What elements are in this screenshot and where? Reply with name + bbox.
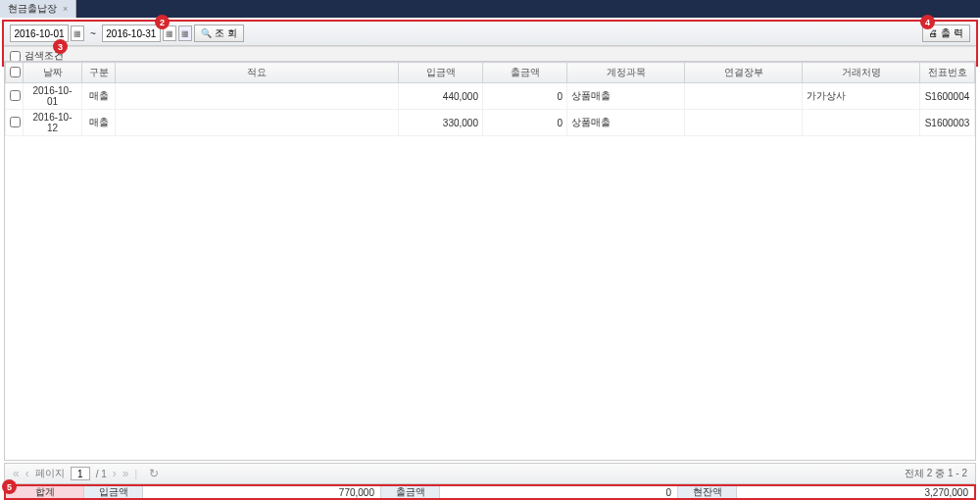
cell-vno: S1600003	[920, 110, 975, 136]
pager: « ‹ 페이지 / 1 › » | ↻ 전체 2 중 1 - 2	[4, 463, 976, 484]
tab-label: 현금출납장	[8, 2, 57, 16]
table-row[interactable]: 2016-10-01 매출 440,000 0 상품매출 가가상사 S16000…	[6, 83, 975, 110]
toolbar: ▦ ~ ▦ ▦ 🔍 조 회 🖨 출 력	[4, 22, 976, 46]
table-row[interactable]: 2016-10-12 매출 330,000 0 상품매출 S1600003	[6, 110, 975, 136]
cell-date: 2016-10-12	[24, 110, 82, 136]
callout-3: 3	[53, 39, 68, 54]
cell-account: 상품매출	[567, 83, 685, 110]
cell-in: 330,000	[399, 110, 483, 136]
pager-divider: |	[135, 469, 138, 479]
toolbar-highlight-box: 2 4 3 ▦ ~ ▦ ▦ 🔍 조 회 🖨 출 력 검색조건	[2, 20, 978, 67]
print-button-label: 출 력	[941, 26, 963, 40]
tab-cashbook[interactable]: 현금출납장 ×	[0, 0, 76, 18]
refresh-icon[interactable]: ↻	[149, 467, 159, 480]
cell-out: 0	[483, 110, 567, 136]
cash-grid: 날짜 구분 적요 입금액 출금액 계정과목 연결장부 거래처명 전표번호 201…	[5, 62, 975, 136]
grid-header-row: 날짜 구분 적요 입금액 출금액 계정과목 연결장부 거래처명 전표번호	[6, 63, 975, 83]
date-separator: ~	[90, 28, 96, 39]
cell-partner	[803, 110, 920, 136]
cell-partner: 가가상사	[803, 83, 920, 110]
totals-balance-value: 3,270,000	[737, 486, 974, 498]
totals-balance-label: 현잔액	[678, 486, 737, 498]
cell-out: 0	[483, 83, 567, 110]
totals-in-value: 770,000	[143, 486, 381, 498]
cell-type: 매출	[82, 83, 116, 110]
col-type[interactable]: 구분	[82, 63, 116, 83]
cell-type: 매출	[82, 110, 116, 136]
totals-main-label: 합계	[6, 486, 84, 498]
col-account[interactable]: 계정과목	[567, 63, 685, 83]
cell-in: 440,000	[399, 83, 483, 110]
col-vno[interactable]: 전표번호	[920, 63, 975, 83]
page-next-icon[interactable]: ›	[113, 467, 117, 480]
totals-in-label: 입금액	[84, 486, 143, 498]
calendar-from-icon[interactable]: ▦	[71, 25, 84, 41]
search-button[interactable]: 🔍 조 회	[194, 25, 244, 42]
row-checkbox[interactable]	[10, 90, 21, 101]
callout-2: 2	[155, 15, 170, 29]
search-button-label: 조 회	[215, 26, 237, 40]
page-last-icon[interactable]: »	[122, 467, 129, 480]
col-summary[interactable]: 적요	[116, 63, 399, 83]
search-icon: 🔍	[201, 28, 212, 38]
page-of: / 1	[96, 469, 107, 479]
date-to-input[interactable]	[102, 25, 161, 42]
close-tab-icon[interactable]: ×	[63, 4, 68, 14]
tab-bar: 현금출납장 ×	[0, 0, 980, 18]
cell-vno: S1600004	[920, 83, 975, 110]
totals-out-value: 0	[440, 486, 678, 498]
cell-date: 2016-10-01	[24, 83, 82, 110]
pager-info: 전체 2 중 1 - 2	[905, 467, 967, 480]
col-in[interactable]: 입금액	[399, 63, 483, 83]
grid-container: 날짜 구분 적요 입금액 출금액 계정과목 연결장부 거래처명 전표번호 201…	[4, 61, 976, 461]
search-cond-checkbox[interactable]	[10, 51, 21, 62]
col-out[interactable]: 출금액	[483, 63, 567, 83]
page-input[interactable]	[71, 467, 90, 480]
row-checkbox[interactable]	[10, 117, 21, 127]
col-date[interactable]: 날짜	[24, 63, 82, 83]
callout-5: 5	[2, 479, 17, 494]
col-partner[interactable]: 거래처명	[803, 63, 920, 83]
cell-dept	[685, 83, 803, 110]
totals-out-label: 출금액	[381, 486, 440, 498]
totals-bar: 합계 입금액 770,000 출금액 0 현잔액 3,270,000	[4, 484, 976, 500]
page-label-prefix: 페이지	[35, 467, 65, 480]
cell-summary	[116, 83, 399, 110]
callout-4: 4	[920, 15, 935, 29]
cell-account: 상품매출	[567, 110, 685, 136]
calendar-range-icon[interactable]: ▦	[178, 25, 192, 41]
page-first-icon[interactable]: «	[13, 467, 20, 480]
col-dept[interactable]: 연결장부	[685, 63, 803, 83]
grid-select-all-checkbox[interactable]	[10, 67, 21, 77]
print-icon: 🖨	[929, 28, 938, 38]
cell-summary	[116, 110, 399, 136]
page-prev-icon[interactable]: ‹	[25, 467, 29, 480]
cell-dept	[685, 110, 803, 136]
